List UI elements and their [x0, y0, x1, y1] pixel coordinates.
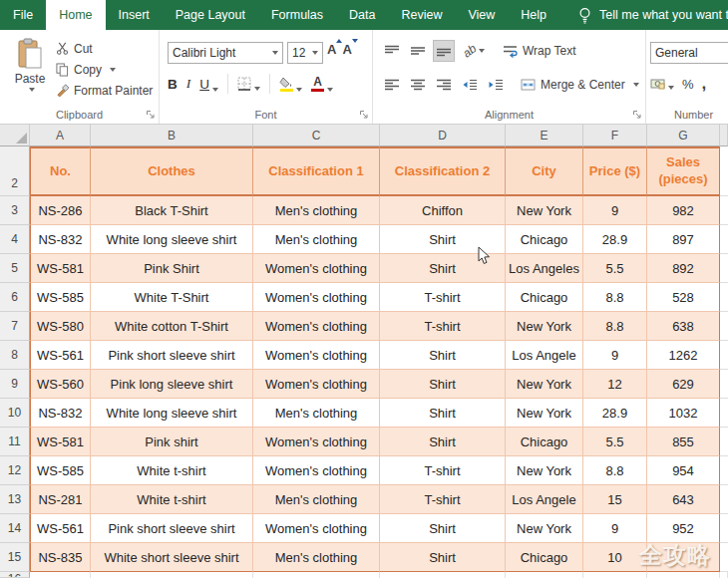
- cell-f12[interactable]: 8.8: [583, 456, 647, 485]
- cell-e7[interactable]: New York: [506, 312, 583, 341]
- cell-f4[interactable]: 28.9: [583, 225, 647, 254]
- cell-a11[interactable]: WS-581: [30, 428, 91, 456]
- column-header-a[interactable]: A: [30, 125, 91, 146]
- cell-b9[interactable]: Pink long sleeve shirt: [91, 370, 253, 399]
- fill-color-button[interactable]: [279, 77, 302, 92]
- decrease-font-button[interactable]: A: [342, 42, 351, 57]
- tab-view[interactable]: View: [455, 0, 508, 30]
- cell-d7[interactable]: T-shirt: [380, 312, 506, 341]
- font-name-combobox[interactable]: Calibri Light: [168, 42, 283, 64]
- cell-c9[interactable]: Women's clothing: [253, 370, 380, 399]
- cell-e9[interactable]: New York: [506, 370, 583, 399]
- cell-d15[interactable]: Shirt: [380, 543, 506, 572]
- cell-b4[interactable]: White long sleeve shirt: [91, 225, 253, 254]
- cell-h7[interactable]: [720, 312, 728, 341]
- cell-g9[interactable]: 629: [647, 370, 720, 399]
- cell-h5[interactable]: [720, 254, 728, 283]
- cell-d13[interactable]: T-shirt: [380, 485, 506, 514]
- cell-a16[interactable]: [30, 572, 91, 578]
- cell-c8[interactable]: Women's clothing: [253, 341, 380, 370]
- cell-f11[interactable]: 5.5: [583, 428, 647, 456]
- row-header-3[interactable]: 3: [0, 196, 30, 225]
- cell-a10[interactable]: NS-832: [30, 399, 91, 428]
- cell-e10[interactable]: New York: [506, 399, 583, 428]
- column-header-g[interactable]: G: [647, 125, 720, 146]
- cell-b14[interactable]: Pink short sleeve shirt: [91, 514, 253, 543]
- row-header-5[interactable]: 5: [0, 254, 30, 283]
- cell-h14[interactable]: [720, 514, 728, 543]
- format-painter-button[interactable]: Format Painter: [56, 80, 153, 101]
- cell-b8[interactable]: Pink short sleeve shirt: [91, 341, 253, 370]
- cell-h10[interactable]: [720, 399, 728, 428]
- cell-f15[interactable]: 10: [583, 543, 647, 572]
- cell-d11[interactable]: Shirt: [380, 428, 506, 456]
- cell-c13[interactable]: Men's clothing: [253, 485, 380, 514]
- cell-c10[interactable]: Men's clothing: [253, 399, 380, 428]
- font-dialog-launcher[interactable]: [359, 110, 369, 120]
- tab-home[interactable]: Home: [46, 0, 105, 30]
- cell-f9[interactable]: 12: [583, 370, 647, 399]
- row-header-12[interactable]: 12: [0, 456, 30, 485]
- header-cell-city[interactable]: City: [506, 146, 583, 196]
- cell-a8[interactable]: WS-561: [30, 341, 91, 370]
- row-header-13[interactable]: 13: [0, 485, 30, 514]
- top-align-button[interactable]: [381, 40, 403, 62]
- cell-d16[interactable]: [380, 572, 506, 578]
- font-color-button[interactable]: A: [311, 76, 333, 92]
- copy-button[interactable]: Copy: [56, 59, 153, 80]
- cell-d12[interactable]: T-shirt: [380, 456, 506, 485]
- row-header-16[interactable]: 16: [0, 572, 30, 578]
- cell-a13[interactable]: NS-281: [30, 485, 91, 514]
- header-cell-sales[interactable]: Sales (pieces): [647, 146, 720, 196]
- align-center-button[interactable]: [407, 74, 429, 96]
- column-header-f[interactable]: F: [583, 125, 647, 146]
- cell-h13[interactable]: [720, 485, 728, 514]
- cell-b13[interactable]: White t-shirt: [91, 485, 253, 514]
- cell-g14[interactable]: 952: [647, 514, 720, 543]
- row-header-10[interactable]: 10: [0, 399, 30, 428]
- cell-g16[interactable]: [647, 572, 720, 578]
- alignment-dialog-launcher[interactable]: [632, 110, 642, 120]
- cell-g5[interactable]: 892: [647, 254, 720, 283]
- cell-h12[interactable]: [720, 456, 728, 485]
- wrap-text-button[interactable]: Wrap Text: [503, 44, 576, 58]
- row-header-15[interactable]: 15: [0, 543, 30, 572]
- cell-b11[interactable]: Pink shirt: [91, 428, 253, 456]
- cell-e15[interactable]: Chicago: [506, 543, 583, 572]
- align-left-button[interactable]: [381, 74, 403, 96]
- cell-e13[interactable]: Los Angele: [506, 485, 583, 514]
- cell-g12[interactable]: 954: [647, 456, 720, 485]
- cell-f3[interactable]: 9: [583, 196, 647, 225]
- cell-h16[interactable]: [720, 572, 728, 578]
- clipboard-dialog-launcher[interactable]: [146, 110, 156, 120]
- percent-style-button[interactable]: %: [682, 77, 694, 92]
- row-header-9[interactable]: 9: [0, 370, 30, 399]
- orientation-button[interactable]: ab: [459, 40, 489, 62]
- cell-d9[interactable]: Shirt: [380, 370, 506, 399]
- cell-c3[interactable]: Men's clothing: [253, 196, 380, 225]
- cell-b10[interactable]: White long sleeve shirt: [91, 399, 253, 428]
- header-cell-classification-2[interactable]: Classification 2: [380, 146, 506, 196]
- cell-a12[interactable]: WS-585: [30, 456, 91, 485]
- cell-c11[interactable]: Women's clothing: [253, 428, 380, 456]
- column-header-e[interactable]: E: [506, 125, 583, 146]
- cell-e14[interactable]: New York: [506, 514, 583, 543]
- cell-a4[interactable]: NS-832: [30, 225, 91, 254]
- italic-button[interactable]: I: [186, 76, 191, 92]
- cell-f5[interactable]: 5.5: [583, 254, 647, 283]
- cell-d8[interactable]: Shirt: [380, 341, 506, 370]
- tab-help[interactable]: Help: [508, 0, 559, 30]
- cell-d14[interactable]: Shirt: [380, 514, 506, 543]
- align-right-button[interactable]: [433, 74, 455, 96]
- cell-c16[interactable]: [253, 572, 380, 578]
- comma-style-button[interactable]: ,: [702, 74, 707, 94]
- borders-button[interactable]: [237, 77, 260, 91]
- paste-button[interactable]: Paste: [8, 38, 52, 106]
- cell-e5[interactable]: Los Angeles: [506, 254, 583, 283]
- cell-f6[interactable]: 8.8: [583, 283, 647, 312]
- cell-d6[interactable]: T-shirt: [380, 283, 506, 312]
- cell-d3[interactable]: Chiffon: [380, 196, 506, 225]
- bottom-align-button[interactable]: [433, 40, 455, 62]
- cell-c15[interactable]: Men's clothing: [253, 543, 380, 572]
- cell-c6[interactable]: Women's clothing: [253, 283, 380, 312]
